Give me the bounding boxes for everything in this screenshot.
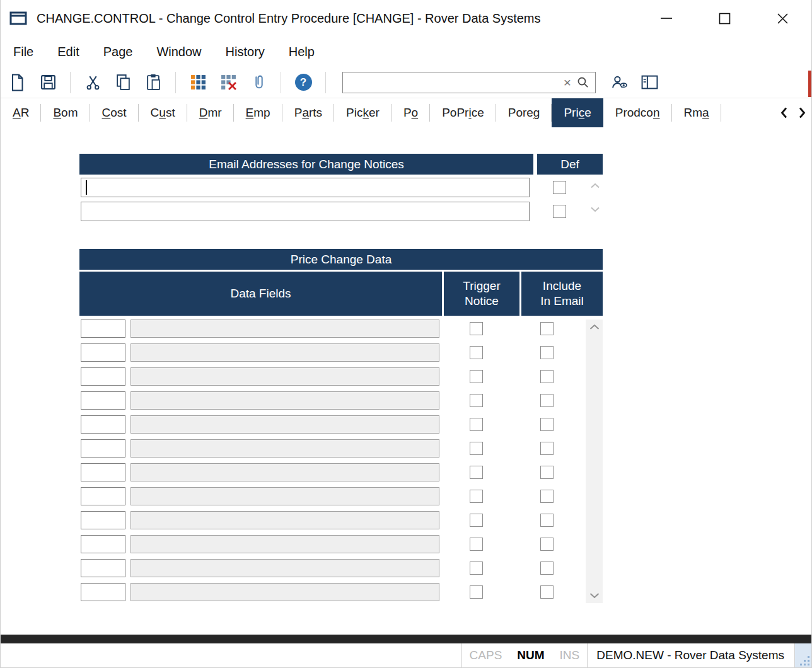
include-in-email-checkbox[interactable] — [540, 585, 554, 599]
search-icon[interactable] — [576, 76, 595, 89]
vertical-scrollbar[interactable] — [586, 320, 603, 603]
tab-cost[interactable]: Cost — [90, 98, 139, 127]
tab-po[interactable]: Po — [392, 98, 430, 127]
field-code-input[interactable] — [81, 511, 125, 529]
close-button[interactable] — [753, 0, 811, 37]
tab-prodcon[interactable]: Prodcon — [603, 98, 672, 127]
scroll-up-icon[interactable] — [590, 183, 600, 188]
menu-file[interactable]: File — [13, 45, 33, 59]
clear-search-icon[interactable]: × — [559, 76, 576, 89]
include-in-email-checkbox[interactable] — [540, 370, 554, 383]
field-name-input[interactable] — [130, 439, 439, 458]
field-name-input[interactable] — [130, 391, 439, 410]
include-in-email-checkbox[interactable] — [540, 514, 554, 527]
trigger-notice-checkbox[interactable] — [470, 585, 483, 599]
include-in-email-checkbox[interactable] — [540, 538, 554, 551]
delete-line-button[interactable] — [216, 71, 240, 95]
def-checkbox[interactable] — [553, 181, 566, 194]
trigger-notice-checkbox[interactable] — [470, 322, 483, 335]
menu-history[interactable]: History — [226, 45, 265, 59]
resize-grip[interactable] — [795, 643, 811, 667]
field-code-input[interactable] — [81, 415, 125, 434]
email-address-input[interactable] — [81, 202, 530, 221]
menu-help[interactable]: Help — [289, 45, 315, 59]
scroll-down-icon[interactable] — [589, 592, 600, 599]
field-name-input[interactable] — [130, 343, 439, 362]
layout-button[interactable] — [637, 71, 661, 95]
field-code-input[interactable] — [81, 320, 125, 338]
search-input[interactable] — [343, 72, 559, 93]
field-code-input[interactable] — [81, 343, 125, 362]
tab-parts[interactable]: Parts — [282, 98, 334, 127]
email-addresses-header: Email Addresses for Change Notices — [79, 154, 533, 175]
include-in-email-checkbox[interactable] — [540, 394, 554, 407]
field-name-input[interactable] — [130, 463, 439, 481]
field-code-input[interactable] — [81, 439, 125, 458]
trigger-notice-checkbox[interactable] — [470, 538, 483, 551]
lookup-button[interactable] — [607, 71, 631, 95]
trigger-notice-checkbox[interactable] — [470, 370, 483, 383]
field-code-input[interactable] — [81, 559, 125, 577]
include-in-email-checkbox[interactable] — [540, 346, 554, 359]
trigger-notice-header-line1: Trigger — [463, 279, 500, 294]
tab-dmr[interactable]: Dmr — [187, 98, 234, 127]
field-code-input[interactable] — [81, 583, 125, 601]
copy-button[interactable] — [111, 71, 135, 95]
paste-button[interactable] — [141, 71, 165, 95]
new-document-button[interactable] — [6, 71, 30, 95]
field-name-input[interactable] — [130, 367, 439, 386]
include-in-email-checkbox[interactable] — [540, 561, 554, 575]
save-button[interactable] — [36, 71, 60, 95]
tab-cust[interactable]: Cust — [139, 98, 187, 127]
field-code-input[interactable] — [81, 487, 125, 505]
field-code-input[interactable] — [81, 367, 125, 386]
tab-poprice[interactable]: PoPrice — [430, 98, 496, 127]
tab-poreg[interactable]: Poreg — [496, 98, 552, 127]
def-checkbox[interactable] — [553, 205, 566, 218]
include-in-email-checkbox[interactable] — [540, 322, 554, 335]
field-name-input[interactable] — [130, 583, 439, 601]
field-name-input[interactable] — [130, 559, 439, 577]
tab-bom[interactable]: Bom — [41, 98, 90, 127]
table-row — [79, 511, 603, 530]
trigger-notice-checkbox[interactable] — [470, 418, 483, 431]
field-code-input[interactable] — [81, 463, 125, 481]
tab-scroll-left-icon[interactable] — [780, 107, 788, 119]
trigger-notice-checkbox[interactable] — [470, 346, 483, 359]
email-address-input[interactable] — [81, 178, 530, 197]
tab-picker[interactable]: Picker — [334, 98, 392, 127]
help-button[interactable]: ? — [291, 71, 315, 95]
trigger-notice-checkbox[interactable] — [470, 442, 483, 455]
minimize-button[interactable] — [637, 0, 695, 37]
menu-edit[interactable]: Edit — [57, 45, 79, 59]
tab-emp[interactable]: Emp — [234, 98, 282, 127]
insert-line-button[interactable] — [186, 71, 210, 95]
field-name-input[interactable] — [130, 415, 439, 434]
include-in-email-checkbox[interactable] — [540, 442, 554, 455]
tab-rma[interactable]: Rma — [672, 98, 721, 127]
field-name-input[interactable] — [130, 535, 439, 553]
include-in-email-checkbox[interactable] — [540, 490, 554, 503]
scroll-up-icon[interactable] — [589, 324, 600, 330]
field-code-input[interactable] — [81, 535, 125, 553]
maximize-button[interactable] — [695, 0, 753, 37]
trigger-notice-checkbox[interactable] — [470, 490, 483, 503]
include-in-email-checkbox[interactable] — [540, 466, 554, 479]
scroll-down-icon[interactable] — [590, 207, 600, 212]
field-code-input[interactable] — [81, 391, 125, 410]
trigger-notice-checkbox[interactable] — [470, 394, 483, 407]
field-name-input[interactable] — [130, 487, 439, 505]
trigger-notice-checkbox[interactable] — [470, 561, 483, 575]
attachment-button[interactable] — [246, 71, 270, 95]
tab-scroll-right-icon[interactable] — [798, 107, 806, 119]
menu-page[interactable]: Page — [103, 45, 133, 59]
cut-button[interactable] — [81, 71, 105, 95]
field-name-input[interactable] — [130, 320, 439, 338]
tab-price[interactable]: Price — [552, 98, 603, 127]
include-in-email-checkbox[interactable] — [540, 418, 554, 431]
field-name-input[interactable] — [130, 511, 439, 529]
tab-ar[interactable]: AR — [1, 98, 41, 127]
menu-window[interactable]: Window — [156, 45, 201, 59]
trigger-notice-checkbox[interactable] — [470, 466, 483, 479]
trigger-notice-checkbox[interactable] — [470, 514, 483, 527]
